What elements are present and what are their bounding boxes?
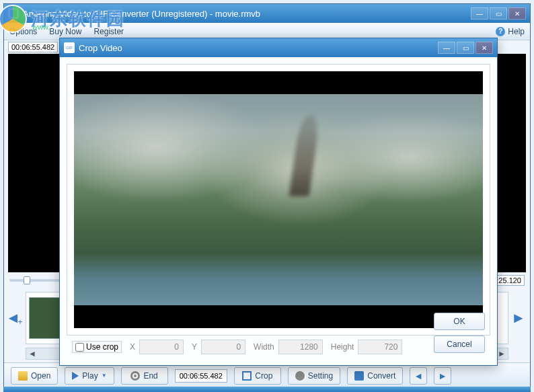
thumb-next-button[interactable]: ► xyxy=(511,295,526,342)
folder-icon xyxy=(18,371,28,381)
dialog-close-button[interactable]: ✕ xyxy=(475,42,493,54)
cancel-button[interactable]: Cancel xyxy=(434,336,485,353)
open-button[interactable]: Open xyxy=(11,367,58,385)
play-icon xyxy=(72,372,79,380)
preview-frame xyxy=(67,64,490,336)
use-crop-label: Use crop xyxy=(86,342,118,352)
use-crop-checkbox-wrap[interactable]: Use crop xyxy=(72,341,122,353)
help-button[interactable]: ? Help xyxy=(496,27,525,36)
help-icon: ? xyxy=(496,27,505,36)
scroll-left-icon[interactable]: ◄ xyxy=(26,348,38,359)
x-input[interactable] xyxy=(139,340,184,354)
bottom-strip xyxy=(3,387,531,392)
y-input[interactable] xyxy=(201,340,245,354)
current-time-box: 00:06:55.482 xyxy=(8,42,58,52)
menu-buy-now[interactable]: Buy Now xyxy=(49,27,81,36)
end-time-field[interactable]: 00:06:55.482 xyxy=(175,369,227,383)
seek-thumb[interactable] xyxy=(24,276,30,284)
dialog-titlebar: Crop Video — ▭ ✕ xyxy=(60,38,497,57)
open-label: Open xyxy=(31,371,50,381)
window-title: Amazing Video to GIF Converter (Unregist… xyxy=(23,9,469,19)
x-label: X xyxy=(130,342,135,352)
thumb-prev-button[interactable]: ◄+ xyxy=(8,295,23,342)
dialog-icon xyxy=(64,42,75,53)
play-button[interactable]: Play▼ xyxy=(65,367,114,385)
crop-controls-row: Use crop X Y Width Height xyxy=(67,336,490,358)
x-field-group: X xyxy=(130,340,184,354)
height-input[interactable] xyxy=(358,340,402,354)
end-label: End xyxy=(143,371,157,381)
dialog-body: Use crop X Y Width Height xyxy=(60,57,497,365)
prev-button[interactable]: ◄ xyxy=(410,367,427,385)
height-label: Height xyxy=(331,342,354,352)
dialog-minimize-button[interactable]: — xyxy=(438,42,455,54)
dialog-title: Crop Video xyxy=(79,43,436,53)
crop-icon xyxy=(242,371,252,381)
crop-dialog: Crop Video — ▭ ✕ Use crop X Y xyxy=(59,38,498,366)
next-button[interactable]: ► xyxy=(434,367,451,385)
setting-label: Setting xyxy=(308,371,333,381)
help-label: Help xyxy=(508,27,525,36)
preview-inner xyxy=(74,71,483,328)
ok-button[interactable]: OK xyxy=(434,313,485,330)
crop-label: Crop xyxy=(255,371,272,381)
end-button[interactable]: End xyxy=(121,367,168,385)
convert-button[interactable]: Convert xyxy=(347,367,403,385)
width-input[interactable] xyxy=(278,340,323,354)
y-label: Y xyxy=(192,342,197,352)
convert-label: Convert xyxy=(367,371,395,381)
main-titlebar: Amazing Video to GIF Converter (Unregist… xyxy=(4,4,530,23)
setting-button[interactable]: Setting xyxy=(288,367,340,385)
menu-register[interactable]: Register xyxy=(93,27,124,36)
menu-options[interactable]: Options xyxy=(9,27,37,36)
crop-button[interactable]: Crop xyxy=(234,367,281,385)
minimize-button[interactable]: — xyxy=(471,7,488,19)
app-icon xyxy=(8,8,19,19)
toolbar: Open Play▼ End 00:06:55.482 Crop Setting… xyxy=(4,362,530,388)
close-button[interactable]: ✕ xyxy=(508,7,526,19)
dialog-buttons: OK Cancel xyxy=(434,313,485,353)
width-field-group: Width xyxy=(254,340,323,354)
dialog-maximize-button[interactable]: ▭ xyxy=(457,42,474,54)
maximize-button[interactable]: ▭ xyxy=(490,7,507,19)
height-field-group: Height xyxy=(331,340,403,354)
video-frame-preview xyxy=(74,94,483,305)
width-label: Width xyxy=(254,342,274,352)
convert-icon xyxy=(354,371,364,381)
play-label: Play xyxy=(82,371,98,381)
clock-icon xyxy=(130,371,140,381)
y-field-group: Y xyxy=(192,340,245,354)
gear-icon xyxy=(295,371,305,381)
smoke-plume xyxy=(289,116,321,196)
use-crop-checkbox[interactable] xyxy=(75,343,84,352)
